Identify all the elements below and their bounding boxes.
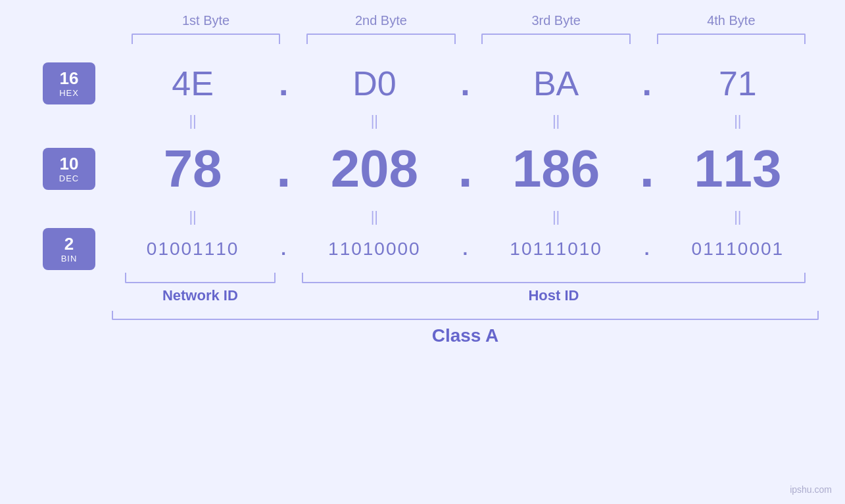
byte-label-2: 2nd Byte	[293, 13, 468, 28]
bin-base-num: 2	[52, 235, 86, 254]
hex-base-num: 16	[52, 69, 86, 88]
dec-label-area: 10 DEC	[26, 148, 112, 190]
hex-base-name: HEX	[52, 88, 86, 98]
hex-val-2: D0	[293, 57, 455, 110]
bin-values-grid: 01001110 . 11010000 . 10111010 . 0111000…	[112, 232, 819, 266]
eq2-1: ||	[112, 206, 274, 228]
bin-val-2: 11010000	[293, 232, 455, 266]
eq1-3: ||	[475, 110, 637, 132]
equals-row-2: || || || ||	[26, 206, 819, 228]
bottom-brackets-row	[112, 273, 819, 283]
hex-label-area: 16 HEX	[26, 62, 112, 104]
byte-label-4: 4th Byte	[644, 13, 819, 28]
eq2-2: ||	[293, 206, 455, 228]
watermark: ipshu.com	[790, 484, 832, 495]
hex-dot-2: .	[456, 64, 475, 103]
byte-labels-row: 1st Byte 2nd Byte 3rd Byte 4th Byte	[26, 13, 819, 28]
dec-val-2: 208	[293, 132, 455, 206]
top-bracket-1	[118, 34, 293, 44]
dec-row: 10 DEC 78 . 208 . 186 . 113	[26, 132, 819, 206]
bin-base-name: BIN	[52, 254, 86, 263]
dec-val-1: 78	[112, 132, 274, 206]
hex-val-4: 71	[657, 57, 819, 110]
host-id-label: Host ID	[289, 287, 819, 304]
eq1-4: ||	[657, 110, 819, 132]
class-label: Class A	[112, 325, 819, 346]
top-brackets-row	[26, 34, 819, 44]
dec-values-grid: 78 . 208 . 186 . 113	[112, 132, 819, 206]
host-bracket	[302, 273, 806, 283]
bin-val-1: 01001110	[112, 232, 274, 266]
hex-val-3: BA	[475, 57, 637, 110]
dec-badge: 10 DEC	[43, 148, 95, 190]
host-bracket-wrap	[289, 273, 819, 283]
hex-badge: 16 HEX	[43, 62, 95, 104]
network-id-label: Network ID	[112, 287, 289, 304]
dec-base-num: 10	[52, 154, 86, 173]
bin-row: 2 BIN 01001110 . 11010000 . 10111010 . 0…	[26, 228, 819, 270]
dec-val-4: 113	[657, 132, 819, 206]
dec-dot-2: .	[456, 139, 475, 199]
eq2-4: ||	[657, 206, 819, 228]
hex-dot-3: .	[637, 64, 657, 103]
equals-row-1: || || || ||	[26, 110, 819, 132]
bottom-section: Network ID Host ID	[26, 273, 819, 304]
dec-dot-3: .	[637, 139, 657, 199]
bin-badge: 2 BIN	[43, 228, 95, 270]
byte-label-3: 3rd Byte	[469, 13, 644, 28]
top-bracket-2	[293, 34, 468, 44]
byte-label-1: 1st Byte	[118, 13, 293, 28]
bin-dot-3: .	[637, 239, 657, 260]
bin-val-4: 01110001	[657, 232, 819, 266]
hex-row: 16 HEX 4E . D0 . BA . 71	[26, 57, 819, 110]
eq1-2: ||	[293, 110, 455, 132]
dec-dot-1: .	[274, 139, 293, 199]
hex-values-grid: 4E . D0 . BA . 71	[112, 57, 819, 110]
top-bracket-3	[469, 34, 644, 44]
network-bracket-wrap	[112, 273, 289, 283]
dec-val-3: 186	[475, 132, 637, 206]
bin-label-area: 2 BIN	[26, 228, 112, 270]
eq1-1: ||	[112, 110, 274, 132]
dec-base-name: DEC	[52, 173, 86, 183]
top-bracket-4	[644, 34, 819, 44]
eq2-3: ||	[475, 206, 637, 228]
hex-dot-1: .	[274, 64, 293, 103]
bin-dot-1: .	[274, 239, 293, 260]
network-bracket	[125, 273, 275, 283]
id-labels-row: Network ID Host ID	[112, 287, 819, 304]
class-section: Class A	[26, 311, 819, 346]
bin-val-3: 10111010	[475, 232, 637, 266]
hex-val-1: 4E	[112, 57, 274, 110]
main-container: 1st Byte 2nd Byte 3rd Byte 4th Byte 16 H…	[0, 0, 845, 504]
class-bracket	[112, 311, 819, 320]
bin-dot-2: .	[456, 239, 475, 260]
